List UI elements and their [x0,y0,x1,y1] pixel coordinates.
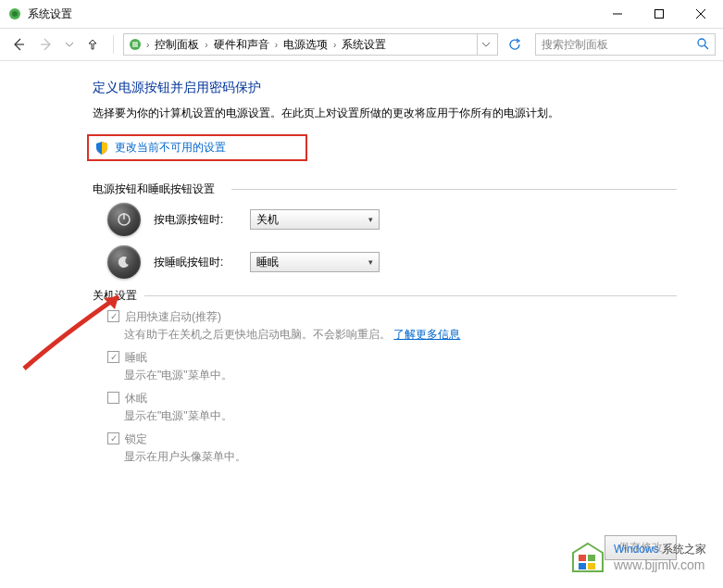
power-button-dropdown[interactable]: 关机 ▾ [250,209,380,230]
close-button[interactable] [679,1,721,27]
breadcrumb-item[interactable]: 系统设置 [340,37,388,53]
watermark-logo-icon [569,540,606,573]
sleep-desc: 显示在"电源"菜单中。 [124,368,677,383]
lock-desc: 显示在用户头像菜单中。 [124,449,677,465]
hibernate-row: 休眠 [107,391,677,407]
sleep-row: 睡眠 [107,350,677,366]
up-button[interactable] [81,33,104,56]
refresh-button[interactable] [504,33,526,56]
page-subtitle: 选择要为你的计算机设置的电源设置。在此页上对设置所做的更改将应用于你所有的电源计… [93,106,677,121]
chevron-down-icon: ▾ [368,257,373,267]
watermark-site: www.bjjmlv.com [614,557,705,572]
watermark-brand: Windows [614,543,659,556]
breadcrumb-item[interactable]: 控制面板 [153,37,201,53]
chevron-icon: › [144,40,151,50]
shield-icon [94,141,109,156]
dropdown-value: 睡眠 [256,255,279,270]
app-icon [7,6,22,21]
svg-rect-17 [588,563,595,569]
sleep-checkbox[interactable] [107,351,119,363]
back-button[interactable] [7,33,30,56]
fast-startup-desc: 这有助于在关机之后更快地启动电脑。不会影响重启。 了解更多信息 [124,327,677,343]
minimize-button[interactable] [596,1,638,27]
power-icon [107,203,141,236]
hibernate-desc: 显示在"电源"菜单中。 [124,408,677,424]
sleep-button-dropdown[interactable]: 睡眠 ▾ [250,252,380,272]
content-area: 定义电源按钮并启用密码保护 选择要为你的计算机设置的电源设置。在此页上对设置所做… [0,61,723,491]
search-placeholder: 搜索控制面板 [542,37,696,53]
fast-startup-label: 启用快速启动(推荐) [125,309,221,325]
svg-point-1 [12,11,18,17]
lock-label: 锁定 [125,432,147,447]
search-input[interactable]: 搜索控制面板 [535,33,716,56]
chevron-icon: › [331,40,338,50]
svg-rect-14 [579,555,586,561]
sleep-button-label: 按睡眠按钮时: [154,255,237,270]
titlebar: 系统设置 [0,0,723,28]
sleep-button-row: 按睡眠按钮时: 睡眠 ▾ [107,245,677,279]
navbar: › 控制面板 › 硬件和声音 › 电源选项 › 系统设置 搜索控制面板 [0,28,723,61]
dropdown-value: 关机 [256,212,279,228]
svg-rect-15 [588,555,595,561]
maximize-button[interactable] [638,1,679,27]
fast-startup-checkbox[interactable] [107,310,119,322]
lock-row: 锁定 [107,432,677,447]
breadcrumb-dropdown[interactable] [477,34,493,55]
sleep-label: 睡眠 [125,350,147,366]
svg-rect-16 [579,563,586,569]
breadcrumb[interactable]: › 控制面板 › 硬件和声音 › 电源选项 › 系统设置 [123,33,498,56]
divider [231,189,677,190]
window-title: 系统设置 [28,6,596,22]
svg-rect-9 [132,42,138,47]
power-button-label: 按电源按钮时: [154,212,237,228]
svg-line-11 [704,45,708,49]
search-icon [696,37,709,53]
watermark: Windows 系统之家 www.bjjmlv.com [569,540,706,573]
change-unavailable-link[interactable]: 更改当前不可用的设置 [115,140,226,156]
chevron-icon: › [273,40,280,50]
power-button-row: 按电源按钮时: 关机 ▾ [107,203,677,236]
divider [144,295,677,296]
page-heading: 定义电源按钮并启用密码保护 [93,80,677,96]
breadcrumb-item[interactable]: 电源选项 [281,37,330,53]
watermark-site-cn: 系统之家 [662,543,706,556]
fast-startup-row: 启用快速启动(推荐) [107,309,677,325]
svg-point-10 [698,39,705,46]
svg-rect-3 [654,10,663,19]
change-settings-box: 更改当前不可用的设置 [87,134,307,161]
hibernate-label: 休眠 [125,391,147,407]
history-dropdown[interactable] [63,33,76,56]
sleep-icon [107,245,141,279]
learn-more-link[interactable]: 了解更多信息 [393,328,460,341]
lock-checkbox[interactable] [107,432,119,444]
hibernate-checkbox[interactable] [107,392,119,404]
breadcrumb-item[interactable]: 硬件和声音 [212,37,271,53]
chevron-icon: › [203,40,209,50]
control-panel-icon [128,37,143,52]
forward-button[interactable] [35,33,57,56]
separator [113,35,114,54]
chevron-down-icon: ▾ [368,215,373,224]
